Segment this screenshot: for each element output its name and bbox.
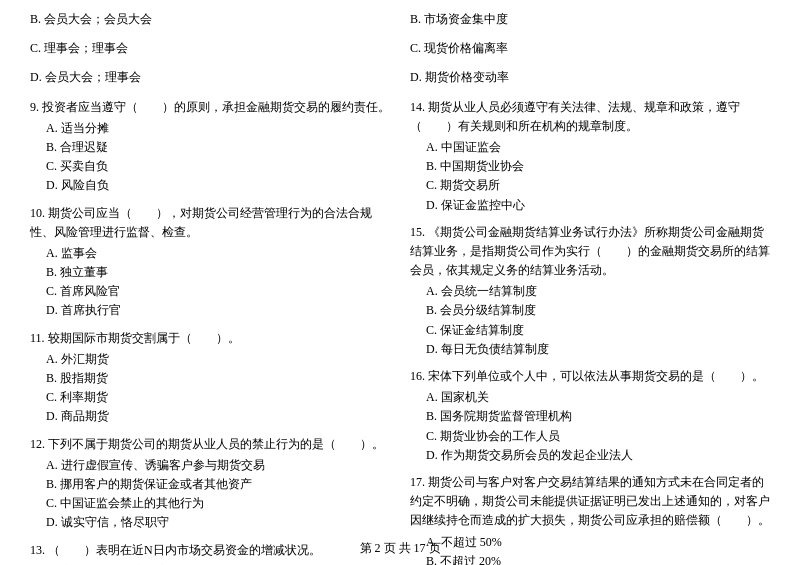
option-c-directors-text: C. 理事会；理事会 xyxy=(30,39,390,58)
option-c-directors: C. 理事会；理事会 xyxy=(30,39,390,60)
q9-option-d: D. 风险自负 xyxy=(30,176,390,195)
q10-option-a: A. 监事会 xyxy=(30,244,390,263)
q14-option-a: A. 中国证监会 xyxy=(410,138,770,157)
option-c-spot-price: C. 现货价格偏离率 xyxy=(410,39,770,60)
page: B. 会员大会；会员大会 C. 理事会；理事会 D. 会员大会；理事会 9. 投… xyxy=(0,0,800,565)
question-10: 10. 期货公司应当（ ），对期货公司经营管理行为的合法合规性、风险管理进行监督… xyxy=(30,204,390,321)
q16-option-b: B. 国务院期货监督管理机构 xyxy=(410,407,770,426)
question-14-text: 14. 期货从业人员必须遵守有关法律、法规、规章和政策，遵守（ ）有关规则和所在… xyxy=(410,98,770,136)
q16-option-c: C. 期货业协会的工作人员 xyxy=(410,427,770,446)
option-d-assemble-directors-text: D. 会员大会；理事会 xyxy=(30,68,390,87)
left-column: B. 会员大会；会员大会 C. 理事会；理事会 D. 会员大会；理事会 9. 投… xyxy=(30,10,390,565)
two-column-layout: B. 会员大会；会员大会 C. 理事会；理事会 D. 会员大会；理事会 9. 投… xyxy=(30,10,770,565)
question-9: 9. 投资者应当遵守（ ）的原则，承担金融期货交易的履约责任。 A. 适当分摊 … xyxy=(30,98,390,196)
q16-option-a: A. 国家机关 xyxy=(410,388,770,407)
question-12: 12. 下列不属于期货公司的期货从业人员的禁止行为的是（ ）。 A. 进行虚假宣… xyxy=(30,435,390,533)
question-9-text: 9. 投资者应当遵守（ ）的原则，承担金融期货交易的履约责任。 xyxy=(30,98,390,117)
q9-option-a: A. 适当分摊 xyxy=(30,119,390,138)
q10-option-b: B. 独立董事 xyxy=(30,263,390,282)
option-d-period-change-text: D. 期货价格变动率 xyxy=(410,68,770,87)
page-number: 第 2 页 共 17 页 xyxy=(360,541,441,555)
question-16: 16. 宋体下列单位或个人中，可以依法从事期货交易的是（ ）。 A. 国家机关 … xyxy=(410,367,770,465)
question-16-text: 16. 宋体下列单位或个人中，可以依法从事期货交易的是（ ）。 xyxy=(410,367,770,386)
q12-option-d: D. 诚实守信，恪尽职守 xyxy=(30,513,390,532)
option-b-market-fund-text: B. 市场资金集中度 xyxy=(410,10,770,29)
q11-option-c: C. 利率期货 xyxy=(30,388,390,407)
question-17-text: 17. 期货公司与客户对客户交易结算结果的通知方式未在合同定者的约定不明确，期货… xyxy=(410,473,770,531)
option-b-assemble-text: B. 会员大会；会员大会 xyxy=(30,10,390,29)
q11-option-a: A. 外汇期货 xyxy=(30,350,390,369)
question-11: 11. 较期国际市期货交割属于（ ）。 A. 外汇期货 B. 股指期货 C. 利… xyxy=(30,329,390,427)
question-15-text: 15. 《期货公司金融期货结算业务试行办法》所称期货公司金融期货结算业务，是指期… xyxy=(410,223,770,281)
q12-option-c: C. 中国证监会禁止的其他行为 xyxy=(30,494,390,513)
q12-option-b: B. 挪用客户的期货保证金或者其他资产 xyxy=(30,475,390,494)
q15-option-d: D. 每日无负债结算制度 xyxy=(410,340,770,359)
q11-option-b: B. 股指期货 xyxy=(30,369,390,388)
question-12-text: 12. 下列不属于期货公司的期货从业人员的禁止行为的是（ ）。 xyxy=(30,435,390,454)
q14-option-b: B. 中国期货业协会 xyxy=(410,157,770,176)
q9-option-b: B. 合理迟疑 xyxy=(30,138,390,157)
option-d-assemble-directors: D. 会员大会；理事会 xyxy=(30,68,390,89)
q15-option-a: A. 会员统一结算制度 xyxy=(410,282,770,301)
q10-option-d: D. 首席执行官 xyxy=(30,301,390,320)
option-b-market-fund: B. 市场资金集中度 xyxy=(410,10,770,31)
q11-option-d: D. 商品期货 xyxy=(30,407,390,426)
question-14: 14. 期货从业人员必须遵守有关法律、法规、规章和政策，遵守（ ）有关规则和所在… xyxy=(410,98,770,215)
q14-option-d: D. 保证金监控中心 xyxy=(410,196,770,215)
q15-option-b: B. 会员分级结算制度 xyxy=(410,301,770,320)
question-11-text: 11. 较期国际市期货交割属于（ ）。 xyxy=(30,329,390,348)
question-10-text: 10. 期货公司应当（ ），对期货公司经营管理行为的合法合规性、风险管理进行监督… xyxy=(30,204,390,242)
option-d-period-change: D. 期货价格变动率 xyxy=(410,68,770,89)
q14-option-c: C. 期货交易所 xyxy=(410,176,770,195)
right-column: B. 市场资金集中度 C. 现货价格偏离率 D. 期货价格变动率 14. 期货从… xyxy=(410,10,770,565)
q12-option-a: A. 进行虚假宣传、诱骗客户参与期货交易 xyxy=(30,456,390,475)
question-15: 15. 《期货公司金融期货结算业务试行办法》所称期货公司金融期货结算业务，是指期… xyxy=(410,223,770,359)
option-b-assemble: B. 会员大会；会员大会 xyxy=(30,10,390,31)
q15-option-c: C. 保证金结算制度 xyxy=(410,321,770,340)
q10-option-c: C. 首席风险官 xyxy=(30,282,390,301)
q9-option-c: C. 买卖自负 xyxy=(30,157,390,176)
page-footer: 第 2 页 共 17 页 xyxy=(30,540,770,557)
option-c-spot-price-text: C. 现货价格偏离率 xyxy=(410,39,770,58)
q16-option-d: D. 作为期货交易所会员的发起企业法人 xyxy=(410,446,770,465)
